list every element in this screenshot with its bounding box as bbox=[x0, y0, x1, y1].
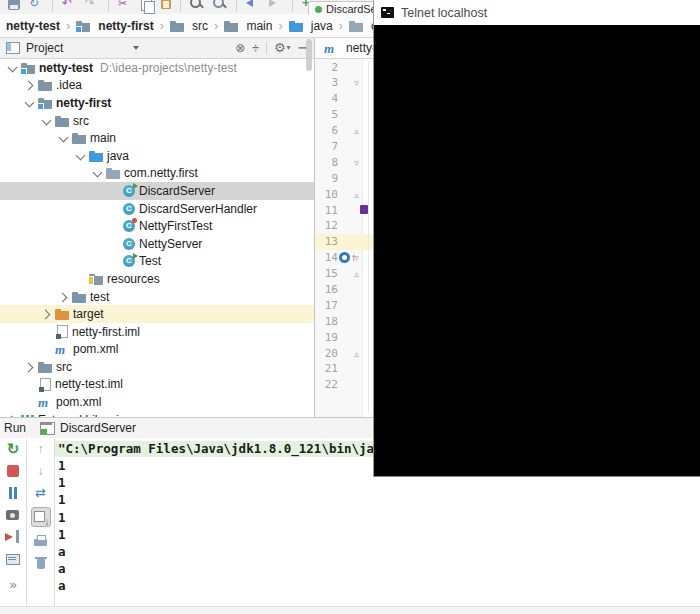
up-icon[interactable] bbox=[33, 441, 49, 457]
forward-icon[interactable] bbox=[269, 0, 283, 10]
show-more-icon[interactable] bbox=[5, 577, 21, 593]
fold-end-icon[interactable]: ▵ bbox=[351, 126, 362, 136]
breadcrumb-item-netty-first[interactable]: netty-first bbox=[76, 19, 153, 33]
module-folder-icon bbox=[38, 97, 52, 109]
project-view-dropdown-icon[interactable] bbox=[133, 46, 139, 50]
dump-icon[interactable] bbox=[5, 551, 21, 567]
maven-file-icon bbox=[38, 396, 52, 408]
chevron-down-icon[interactable] bbox=[56, 130, 72, 146]
save-icon[interactable] bbox=[8, 0, 20, 10]
telnet-terminal-screen[interactable] bbox=[374, 25, 700, 476]
tree-item-main[interactable]: main bbox=[0, 129, 314, 147]
tree-item-target[interactable]: target bbox=[0, 305, 314, 323]
tree-item-netty-first.iml[interactable]: netty-first.iml bbox=[0, 323, 314, 341]
pause-icon[interactable] bbox=[5, 485, 21, 501]
fold-start-icon[interactable]: ▿ bbox=[351, 158, 362, 168]
line-number-18: 18 bbox=[315, 314, 338, 330]
breadcrumb-item-netty-test[interactable]: netty-test bbox=[6, 19, 60, 33]
fold-start-icon[interactable]: ▿ bbox=[351, 78, 362, 88]
project-tree-scrollbar[interactable] bbox=[306, 39, 312, 71]
tree-item-test[interactable]: Test bbox=[0, 253, 314, 271]
chevron-down-icon[interactable] bbox=[90, 165, 106, 181]
redo-icon[interactable] bbox=[85, 0, 99, 10]
tree-item-.idea[interactable]: .idea bbox=[0, 77, 314, 95]
tree-item-netty-test.iml[interactable]: netty-test.iml bbox=[0, 376, 314, 394]
iml-file-icon bbox=[40, 378, 51, 391]
chevron-down-icon[interactable] bbox=[39, 113, 55, 129]
chevron-right-icon[interactable] bbox=[39, 306, 55, 322]
tree-item-pom.xml[interactable]: pom.xml bbox=[0, 341, 314, 359]
scroll-to-end-icon[interactable] bbox=[31, 507, 51, 527]
package-icon bbox=[106, 167, 120, 179]
replace-icon[interactable] bbox=[213, 0, 227, 10]
console-flow-icon[interactable] bbox=[33, 485, 49, 501]
gutter-bookmark-icon[interactable]: ↑ bbox=[339, 252, 357, 263]
tree-item-netty-test[interactable]: netty-testD:\idea-projects\netty-test bbox=[0, 59, 314, 77]
telnet-window-title: Telnet localhost bbox=[401, 6, 487, 20]
rerun-icon[interactable] bbox=[5, 441, 21, 457]
chevron-right-icon[interactable] bbox=[22, 359, 38, 375]
tree-item-netty-first[interactable]: netty-first bbox=[0, 94, 314, 112]
paste-icon[interactable] bbox=[161, 0, 171, 9]
toolbar-separator bbox=[52, 0, 53, 12]
tree-item-nettyserver[interactable]: NettyServer bbox=[0, 235, 314, 253]
project-window-icon bbox=[6, 42, 20, 54]
tree-item-label: netty-test.iml bbox=[55, 377, 123, 391]
screenshot-icon[interactable] bbox=[5, 507, 21, 523]
tree-item-label: main bbox=[90, 131, 116, 145]
tree-item-label: src bbox=[73, 114, 89, 128]
project-tool-window: Project netty-testD:\idea-projects\netty… bbox=[0, 38, 315, 417]
fold-end-icon[interactable]: ▵ bbox=[351, 269, 362, 279]
chevron-down-icon[interactable] bbox=[5, 60, 21, 76]
tree-item-resources[interactable]: resources bbox=[0, 270, 314, 288]
tree-item-src[interactable]: src bbox=[0, 112, 314, 130]
exit-icon[interactable] bbox=[5, 529, 21, 545]
tree-item-label: DiscardServerHandler bbox=[139, 202, 257, 216]
undo-icon[interactable] bbox=[62, 0, 76, 10]
line-number-8: 8 bbox=[315, 155, 338, 171]
tree-item-discardserver[interactable]: DiscardServer bbox=[0, 182, 314, 200]
collapse-all-icon[interactable] bbox=[252, 41, 259, 55]
stop-icon[interactable] bbox=[5, 463, 21, 479]
sync-icon[interactable] bbox=[29, 0, 43, 10]
line-number-16: 16 bbox=[315, 282, 338, 298]
fold-end-icon[interactable]: ▵ bbox=[351, 190, 362, 200]
chevron-down-icon[interactable] bbox=[73, 148, 89, 164]
tree-item-test[interactable]: test bbox=[0, 288, 314, 306]
tree-item-label: DiscardServer bbox=[139, 184, 215, 198]
tree-item-label: netty-test bbox=[39, 61, 93, 75]
tree-item-label: src bbox=[56, 360, 72, 374]
tree-item-pom.xml[interactable]: pom.xml bbox=[0, 393, 314, 411]
tree-item-discardserverhandler[interactable]: DiscardServerHandler bbox=[0, 200, 314, 218]
telnet-window[interactable]: Telnet localhost bbox=[373, 0, 700, 477]
chevron-down-icon[interactable] bbox=[22, 95, 38, 111]
copy-icon[interactable] bbox=[141, 0, 152, 11]
line-number-column: 2345678910111213141516171819202122 bbox=[315, 60, 338, 394]
project-panel-header: Project bbox=[0, 38, 314, 59]
cut-icon[interactable] bbox=[118, 0, 132, 10]
breadcrumb-item-main[interactable]: main bbox=[224, 19, 272, 33]
locate-icon[interactable] bbox=[235, 41, 245, 55]
tree-item-path: D:\idea-projects\netty-test bbox=[100, 61, 237, 75]
tree-item-src[interactable]: src bbox=[0, 358, 314, 376]
tree-item-nettyfirsttest[interactable]: NettyFirstTest bbox=[0, 217, 314, 235]
clear-icon[interactable] bbox=[33, 555, 49, 571]
run-tab-discardserver[interactable]: DiscardServer bbox=[34, 418, 142, 438]
find-icon[interactable] bbox=[190, 0, 204, 10]
bookmark-dot-icon bbox=[339, 252, 350, 263]
run-toolbar-console bbox=[27, 439, 55, 607]
breadcrumb-label: netty-test bbox=[6, 19, 60, 33]
settings-icon[interactable] bbox=[274, 41, 291, 55]
breadcrumb-item-java[interactable]: java bbox=[289, 19, 333, 33]
chevron-right-icon[interactable] bbox=[22, 77, 38, 93]
fold-end-icon[interactable]: ▵ bbox=[351, 349, 362, 359]
breadcrumb-item-src[interactable]: src bbox=[170, 19, 208, 33]
print-icon[interactable] bbox=[33, 533, 49, 549]
line-number-5: 5 bbox=[315, 107, 338, 123]
tree-item-java[interactable]: java bbox=[0, 147, 314, 165]
back-icon[interactable] bbox=[246, 0, 260, 10]
down-icon[interactable] bbox=[33, 463, 49, 479]
telnet-titlebar[interactable]: Telnet localhost bbox=[374, 0, 700, 25]
chevron-right-icon[interactable] bbox=[56, 289, 72, 305]
tree-item-com.netty.first[interactable]: com.netty.first bbox=[0, 165, 314, 183]
